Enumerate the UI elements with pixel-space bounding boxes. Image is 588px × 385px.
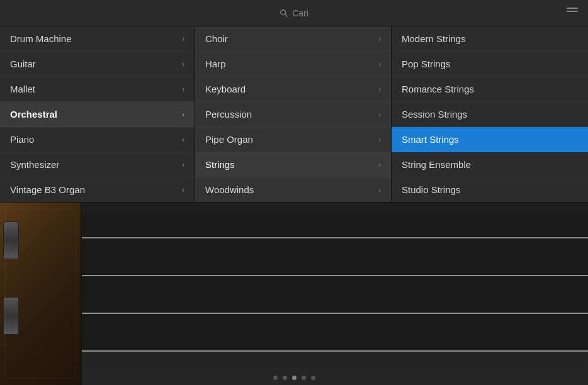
instrument-item-modern-strings[interactable]: Modern Strings (392, 26, 588, 52)
chevron-right-icon: › (378, 85, 381, 94)
tuning-peg-1 (3, 221, 19, 259)
menu-item-label: Mallet (10, 84, 35, 94)
sidebar-item-piano[interactable]: Piano› (0, 127, 195, 152)
search-input-label[interactable]: Cari (292, 8, 308, 18)
menu-item-label: Orchestral (10, 109, 57, 120)
subcategory-item-percussion[interactable]: Percussion› (195, 102, 391, 127)
sidebar-item-vintage-b3-organ[interactable]: Vintage B3 Organ› (0, 177, 195, 203)
chevron-right-icon: › (182, 186, 184, 194)
menu-item-label: Harp (205, 59, 226, 69)
menu-item-label: Romance Strings (402, 84, 474, 94)
chevron-right-icon: › (182, 135, 184, 144)
menu-item-label: String Ensemble (402, 159, 471, 170)
search-bar: Cari (0, 0, 588, 26)
subcategory-item-keyboard[interactable]: Keyboard› (195, 77, 391, 102)
sidebar-item-synthesizer[interactable]: Synthesizer› (0, 152, 195, 177)
subcategory-item-harp[interactable]: Harp› (195, 52, 391, 77)
sidebar-item-drum-machine[interactable]: Drum Machine› (0, 26, 195, 52)
pagination-dot-2[interactable] (292, 376, 297, 380)
menu-item-label: Studio Strings (402, 184, 460, 195)
menu-item-label: Strings (205, 159, 235, 170)
instrument-visual (0, 203, 588, 385)
chevron-right-icon: › (378, 60, 381, 69)
chevron-right-icon: › (378, 135, 381, 144)
sidebar-item-mallet[interactable]: Mallet› (0, 77, 195, 102)
chevron-right-icon: › (378, 110, 381, 119)
instrument-item-string-ensemble[interactable]: String Ensemble (392, 152, 588, 177)
instrument-body (0, 203, 82, 385)
strings-area[interactable] (82, 203, 588, 385)
chevron-right-icon: › (182, 35, 184, 43)
search-icon (280, 9, 288, 18)
instrument-item-pop-strings[interactable]: Pop Strings (392, 52, 588, 77)
guitar-string-4 (82, 350, 588, 352)
instrument-item-romance-strings[interactable]: Romance Strings (392, 77, 588, 102)
pagination-dots (0, 376, 588, 380)
subcategory-column: Choir›Harp›Keyboard›Percussion›Pipe Orga… (195, 26, 392, 203)
instrument-item-studio-strings[interactable]: Studio Strings (392, 177, 588, 203)
string-section-0 (82, 214, 588, 237)
pagination-dot-0[interactable] (273, 376, 278, 380)
menu-item-label: Pipe Organ (205, 134, 253, 145)
string-section-3 (82, 314, 588, 350)
menu-item-label: Session Strings (402, 109, 467, 120)
subcategory-item-strings[interactable]: Strings› (195, 152, 391, 177)
menu-item-label: Vintage B3 Organ (10, 184, 85, 195)
pagination-dot-4[interactable] (311, 376, 315, 380)
chevron-right-icon: › (378, 160, 381, 169)
category-column: Drum Machine›Guitar›Mallet›Orchestral›Pi… (0, 26, 195, 203)
sidebar-item-guitar[interactable]: Guitar› (0, 52, 195, 77)
menu-icon[interactable] (567, 8, 578, 12)
chevron-right-icon: › (182, 60, 184, 69)
subcategory-item-woodwinds[interactable]: Woodwinds› (195, 177, 391, 203)
menu-item-label: Synthesizer (10, 159, 59, 170)
menu-item-label: Keyboard (205, 84, 246, 94)
string-section-1 (82, 238, 588, 275)
menu-item-label: Woodwinds (205, 184, 254, 195)
menu-item-label: Choir (205, 33, 228, 44)
instrument-item-session-strings[interactable]: Session Strings (392, 102, 588, 127)
menu-item-label: Percussion (205, 109, 252, 120)
menu-item-label: Smart Strings (402, 134, 459, 145)
chevron-right-icon: › (182, 110, 184, 119)
menu-item-label: Drum Machine (10, 33, 72, 44)
subcategory-item-choir[interactable]: Choir› (195, 26, 391, 52)
tuning-peg-2 (3, 297, 19, 335)
sidebar-item-orchestral[interactable]: Orchestral› (0, 102, 195, 127)
pagination-dot-1[interactable] (283, 376, 287, 380)
chevron-right-icon: › (378, 186, 381, 194)
chevron-right-icon: › (182, 85, 184, 94)
menu-item-label: Modern Strings (402, 33, 466, 44)
subcategory-item-pipe-organ[interactable]: Pipe Organ› (195, 127, 391, 152)
instrument-column: Modern StringsPop StringsRomance Strings… (392, 26, 588, 203)
chevron-right-icon: › (378, 35, 381, 43)
menu-item-label: Guitar (10, 59, 36, 69)
menus-container: Drum Machine›Guitar›Mallet›Orchestral›Pi… (0, 26, 588, 203)
chevron-right-icon: › (182, 160, 184, 169)
menu-item-label: Pop Strings (402, 59, 451, 69)
menu-item-label: Piano (10, 134, 34, 145)
string-section-2 (82, 276, 588, 313)
instrument-item-smart-strings[interactable]: Smart Strings (392, 127, 588, 152)
svg-line-1 (285, 14, 288, 16)
menu-separator (0, 202, 588, 203)
pagination-dot-3[interactable] (302, 376, 306, 380)
